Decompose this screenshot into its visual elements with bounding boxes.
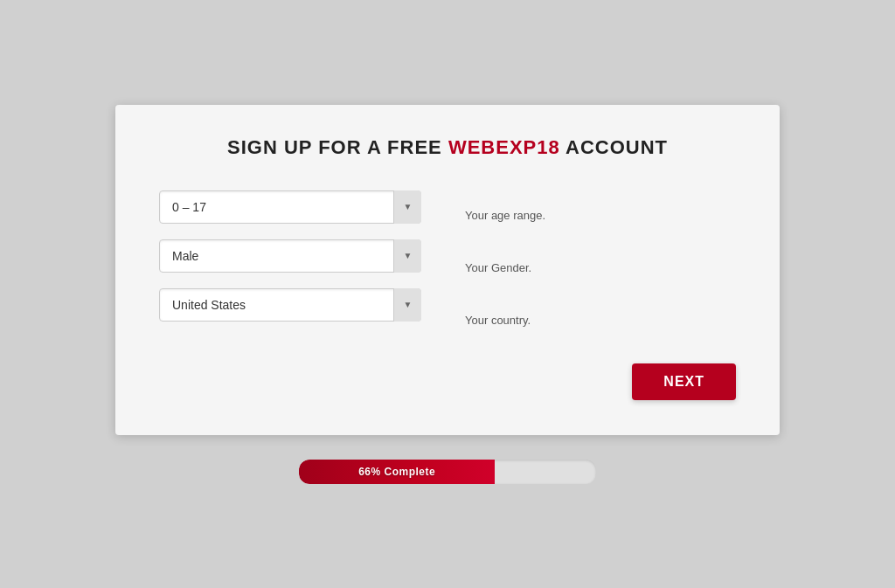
title-text-2: ACCOUNT: [560, 136, 668, 158]
progress-bar-wrapper: 66% Complete: [299, 460, 596, 484]
gender-select[interactable]: Male Female Other: [159, 239, 421, 273]
card-title: SIGN UP FOR A FREE WEBEXP18 ACCOUNT: [159, 136, 736, 159]
next-row: NEXT: [159, 363, 736, 400]
progress-area: 66% Complete: [299, 460, 596, 484]
form-area: 0 – 17 18 – 24 25 – 34 35 – 44 45 – 54 5…: [159, 190, 736, 339]
progress-bar-fill: 66% Complete: [299, 460, 495, 484]
country-select[interactable]: United States United Kingdom Canada Aust…: [159, 288, 421, 322]
form-labels: Your age range. Your Gender. Your countr…: [439, 190, 736, 339]
signup-card: SIGN UP FOR A FREE WEBEXP18 ACCOUNT 0 – …: [115, 105, 780, 435]
gender-label: Your Gender.: [465, 250, 736, 287]
age-range-select[interactable]: 0 – 17 18 – 24 25 – 34 35 – 44 45 – 54 5…: [159, 190, 421, 224]
form-fields: 0 – 17 18 – 24 25 – 34 35 – 44 45 – 54 5…: [159, 190, 439, 339]
age-range-wrapper: 0 – 17 18 – 24 25 – 34 35 – 44 45 – 54 5…: [159, 190, 421, 224]
age-range-label: Your age range.: [465, 197, 736, 234]
progress-label: 66% Complete: [358, 466, 435, 478]
country-label: Your country.: [465, 302, 736, 339]
country-wrapper: United States United Kingdom Canada Aust…: [159, 288, 421, 322]
title-brand: WEBEXP18: [448, 136, 560, 158]
page-background: SIGN UP FOR A FREE WEBEXP18 ACCOUNT 0 – …: [0, 0, 895, 588]
next-button[interactable]: NEXT: [632, 363, 736, 400]
gender-wrapper: Male Female Other: [159, 239, 421, 273]
title-text-1: SIGN UP FOR A FREE: [227, 136, 448, 158]
